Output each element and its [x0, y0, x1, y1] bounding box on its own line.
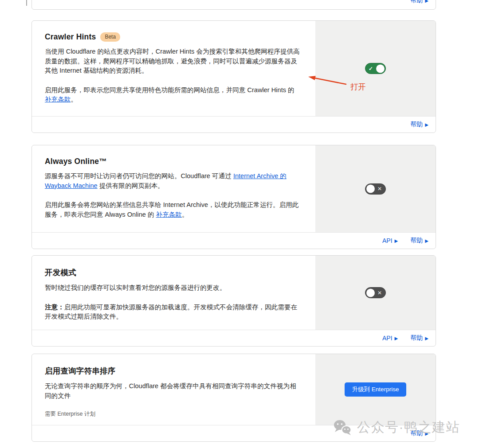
card-title: Crawler Hints [45, 32, 96, 42]
card-crawler-paragraph-1: 当使用 Cloudflare 的站点更改内容时，Crawler Hints 会为… [45, 47, 301, 76]
partial-card-help-link[interactable]: 帮助 ▶ [410, 0, 428, 4]
card-always-main: Always Online™ 源服务器不可用时让访问者仍可访问您的网站。Clou… [32, 145, 436, 232]
help-link-label: 帮助 [410, 121, 423, 129]
card-title: 开发模式 [45, 267, 76, 278]
api-link-label: API [382, 237, 393, 244]
help-link[interactable]: 帮助 ▶ [410, 334, 428, 342]
card-always-title-row: Always Online™ [45, 157, 301, 166]
api-link[interactable]: API ▶ [382, 335, 398, 342]
help-link[interactable]: 帮助 ▶ [410, 121, 428, 129]
card-crawler-content: Crawler Hints Beta 当使用 Cloudflare 的站点更改内… [32, 21, 315, 116]
note-label: 注意： [45, 304, 64, 311]
plan-requirement-text: 需要 Enterprise 计划 [45, 410, 301, 418]
chevron-right-icon: ▶ [425, 0, 428, 3]
card-title: Always Online™ [45, 157, 107, 166]
card-always-side-panel: ✕ [315, 145, 436, 232]
help-link[interactable]: 帮助 ▶ [410, 237, 428, 245]
paragraph-text: 。 [71, 96, 77, 103]
help-link-label: 帮助 [410, 0, 423, 4]
beta-badge: Beta [100, 32, 120, 42]
card-always-paragraph-2: 启用此服务会将您网站的某些信息共享给 Internet Archive，以使此功… [45, 200, 301, 219]
supplemental-terms-link[interactable]: 补充条款 [45, 96, 71, 103]
api-link[interactable]: API ▶ [382, 237, 398, 244]
chevron-right-icon: ▶ [425, 431, 428, 436]
card-crawler-side-panel: ✓ [315, 21, 436, 116]
help-link-label: 帮助 [410, 334, 423, 342]
card-crawler-paragraph-2: 启用此服务，即表示您同意共享使用特色功能所需的网站信息，并同意 Crawler … [45, 86, 301, 105]
api-link-label: API [382, 335, 393, 342]
help-link-label: 帮助 [410, 237, 423, 245]
annotation-label: 打开 [350, 82, 366, 91]
card-dev-paragraph-1: 暂时绕过我们的缓存可以实时查看对您的源服务器进行的更改。 [45, 283, 301, 293]
card-query-paragraph-1: 无论查询字符串的顺序为何，Cloudflare 都会将缓存中具有相同查询字符串的… [45, 382, 301, 401]
card-dev-side-panel: ✕ [315, 256, 436, 330]
paragraph-text: 提供有限的网页副本。 [98, 182, 164, 189]
card-crawler-main: Crawler Hints Beta 当使用 Cloudflare 的站点更改内… [32, 21, 436, 116]
paragraph-text: 启用此功能可显著加快源服务器的加载速度。开发模式不会清除缓存，因此需要在开发模式… [45, 304, 297, 320]
card-partial-top: 帮助 ▶ [31, 0, 436, 10]
card-query-main: 启用查询字符串排序 无论查询字符串的顺序为何，Cloudflare 都会将缓存中… [32, 354, 436, 425]
dev-mode-toggle[interactable]: ✕ [365, 287, 386, 298]
card-dev-main: 开发模式 暂时绕过我们的缓存可以实时查看对您的源服务器进行的更改。 注意：启用此… [32, 256, 436, 330]
help-link-label: 帮助 [410, 429, 423, 437]
chevron-right-icon: ▶ [395, 238, 398, 243]
card-query-side-panel: 升级到 Enterprise [315, 354, 436, 425]
window-edge-fragment [26, 0, 27, 6]
card-dev-content: 开发模式 暂时绕过我们的缓存可以实时查看对您的源服务器进行的更改。 注意：启用此… [32, 256, 315, 330]
toggle-knob [366, 288, 375, 297]
card-always-paragraph-1: 源服务器不可用时让访问者仍可访问您的网站。Cloudflare 可通过 Inte… [45, 171, 301, 191]
arrow-shaft [314, 78, 346, 84]
paragraph-text: 。 [182, 211, 188, 218]
card-query-title-row: 启用查询字符串排序 [45, 366, 301, 376]
paragraph-text: 启用此服务，即表示您同意共享使用特色功能所需的网站信息，并同意 Crawler … [45, 86, 294, 93]
paragraph-text: 源服务器不可用时让访问者仍可访问您的网站。Cloudflare 可通过 [45, 172, 233, 179]
card-dev-mode: 开发模式 暂时绕过我们的缓存可以实时查看对您的源服务器进行的更改。 注意：启用此… [31, 255, 436, 347]
card-always-online: Always Online™ 源服务器不可用时让访问者仍可访问您的网站。Clou… [31, 145, 436, 249]
card-dev-footer: API ▶ 帮助 ▶ [32, 330, 436, 346]
upgrade-enterprise-button[interactable]: 升级到 Enterprise [345, 382, 407, 397]
always-online-toggle[interactable]: ✕ [365, 183, 386, 195]
card-crawler-title-row: Crawler Hints Beta [45, 32, 301, 42]
toggle-knob [366, 185, 375, 193]
card-always-content: Always Online™ 源服务器不可用时让访问者仍可访问您的网站。Clou… [32, 145, 315, 232]
supplemental-terms-link[interactable]: 补充条款 [156, 211, 182, 218]
help-link[interactable]: 帮助 ▶ [410, 429, 428, 437]
card-query-content: 启用查询字符串排序 无论查询字符串的顺序为何，Cloudflare 都会将缓存中… [32, 354, 315, 425]
card-dev-title-row: 开发模式 [45, 267, 301, 278]
card-query-footer: 帮助 ▶ [32, 425, 436, 441]
card-title: 启用查询字符串排序 [45, 366, 115, 376]
annotation-arrow: 打开 [293, 70, 395, 97]
cross-icon: ✕ [377, 186, 382, 191]
card-query-string-sort: 启用查询字符串排序 无论查询字符串的顺序为何，Cloudflare 都会将缓存中… [31, 354, 436, 442]
chevron-right-icon: ▶ [425, 238, 428, 243]
chevron-right-icon: ▶ [395, 336, 398, 341]
cross-icon: ✕ [377, 290, 382, 296]
chevron-right-icon: ▶ [425, 122, 428, 127]
card-always-footer: API ▶ 帮助 ▶ [32, 232, 436, 249]
card-crawler-footer: 帮助 ▶ [32, 116, 436, 132]
chevron-right-icon: ▶ [425, 336, 428, 341]
card-dev-paragraph-2: 注意：启用此功能可显著加快源服务器的加载速度。开发模式不会清除缓存，因此需要在开… [45, 303, 301, 322]
